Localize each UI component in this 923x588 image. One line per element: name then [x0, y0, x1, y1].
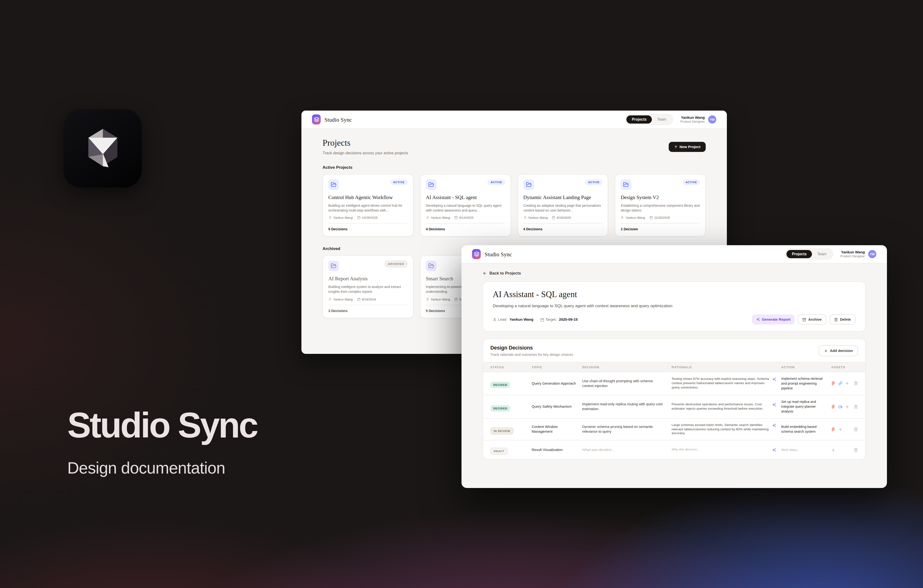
- page-title: Projects: [323, 138, 408, 148]
- decisions-title: Design Decisions: [490, 345, 573, 350]
- project-card[interactable]: ACTIVE Dynamic Assistant Landing Page Cr…: [517, 174, 608, 237]
- figma-icon[interactable]: [831, 405, 835, 409]
- decision-text[interactable]: Implement read-only replica routing with…: [582, 402, 672, 412]
- decision-action[interactable]: Implement schema retrieval and prompt en…: [781, 376, 831, 391]
- decision-rationale[interactable]: Prevents destructive operations and perf…: [672, 402, 769, 411]
- project-card[interactable]: ACTIVE Control Hub Agentic Workflow Buil…: [323, 174, 414, 237]
- tab-team[interactable]: Team: [652, 115, 672, 123]
- decision-text[interactable]: Dynamic schema pruning based on semantic…: [582, 425, 672, 434]
- plus-icon[interactable]: [831, 448, 835, 452]
- generate-report-button[interactable]: Generate Report: [752, 314, 795, 325]
- calendar-icon: [357, 216, 360, 220]
- arrow-left-icon: [483, 271, 487, 275]
- layers-logo-icon: [472, 249, 481, 259]
- delete-button[interactable]: Delete: [829, 314, 856, 325]
- add-decision-button[interactable]: Add decision: [819, 345, 858, 356]
- project-status-badge: ARCHIVED: [384, 261, 408, 268]
- user-icon: [328, 216, 332, 220]
- project-date: 8/19/2024: [357, 297, 376, 301]
- trash-icon[interactable]: [854, 427, 857, 432]
- decision-action[interactable]: Set up read replica and integrate query …: [781, 400, 831, 414]
- project-owner: Yankun Wang: [328, 297, 353, 301]
- project-date: 10/29/2025: [357, 216, 378, 220]
- decision-status-badge: DRAFT: [490, 448, 507, 455]
- calendar-icon: [649, 216, 653, 220]
- figma-icon[interactable]: [831, 381, 835, 386]
- asset-icons: [831, 448, 835, 452]
- project-status-badge: ACTIVE: [585, 179, 602, 185]
- trash-icon[interactable]: [854, 381, 857, 386]
- avatar[interactable]: YW: [708, 115, 716, 123]
- decision-row: DECIDED Query Safety Mechanism Implement…: [483, 395, 866, 418]
- sparkles-icon[interactable]: [772, 403, 776, 407]
- page-subtitle: Track design decisions across your activ…: [323, 151, 408, 155]
- decision-rationale[interactable]: Large schemas exceed token limits. Seman…: [672, 423, 769, 436]
- decisions-table-header: STATUS TOPIC DECISION RATIONALE ACTION A…: [483, 362, 866, 372]
- app-header: Studio Sync Projects Team Yankun Wang Pr…: [462, 245, 887, 263]
- tab-projects[interactable]: Projects: [626, 115, 652, 123]
- decision-row: DECIDED Query Generation Approach Use ch…: [483, 372, 866, 395]
- decision-rationale[interactable]: Why this decision...: [672, 448, 769, 452]
- tab-projects[interactable]: Projects: [787, 250, 812, 258]
- project-card-title: Dynamic Assistant Landing Page: [523, 195, 603, 201]
- plus-icon[interactable]: [845, 405, 849, 409]
- figma-icon[interactable]: [831, 427, 835, 432]
- user-icon: [328, 297, 332, 301]
- plus-icon[interactable]: [838, 427, 842, 432]
- video-icon[interactable]: [838, 405, 842, 409]
- decision-topic: Context Window Management: [532, 425, 582, 434]
- project-summary-card: AI Assistant - SQL agent Developing a na…: [483, 281, 866, 332]
- decision-count: 4 Decisions: [523, 224, 603, 232]
- folder-icon: [523, 179, 534, 190]
- calendar-icon: [540, 317, 544, 321]
- project-card[interactable]: ARCHIVED AI Report Analysis Building int…: [323, 256, 414, 318]
- project-owner: Yankun Wang: [523, 216, 547, 220]
- trash-icon[interactable]: [854, 448, 857, 452]
- plus-icon: [674, 145, 678, 149]
- design-decisions-panel: Design Decisions Track rationale and out…: [483, 338, 866, 460]
- sparkles-icon: [756, 317, 760, 321]
- back-to-projects-link[interactable]: Back to Projects: [483, 271, 866, 276]
- archive-icon: [803, 317, 806, 321]
- decision-action[interactable]: Build embedding-based schema search syst…: [781, 425, 831, 434]
- decision-text[interactable]: Use chain-of-thought prompting with sche…: [582, 379, 672, 388]
- project-description: Developing a natural language to SQL que…: [493, 303, 856, 308]
- project-date: 11/29/2025: [649, 216, 670, 220]
- nav-tabs: Projects Team: [785, 248, 833, 260]
- project-detail-window: Studio Sync Projects Team Yankun Wang Pr…: [462, 245, 887, 488]
- folder-icon: [621, 179, 631, 190]
- decision-text[interactable]: What was decided...: [582, 448, 672, 452]
- decision-status-badge: IN REVIEW: [490, 427, 514, 434]
- new-project-button[interactable]: New Project: [668, 141, 706, 152]
- project-owner: Yankun Wang: [328, 216, 353, 220]
- project-owner: Yankun Wang: [621, 216, 645, 220]
- user-icon: [493, 317, 497, 321]
- project-card[interactable]: ACTIVE Design System V2 Establishing a c…: [615, 174, 706, 237]
- decision-rationale[interactable]: Testing shows 87% accuracy with explicit…: [672, 377, 769, 390]
- archive-button[interactable]: Archive: [798, 314, 827, 325]
- trash-icon[interactable]: [854, 405, 857, 409]
- column-status: STATUS: [490, 365, 532, 369]
- folder-icon: [328, 179, 339, 190]
- column-topic: TOPIC: [532, 365, 582, 369]
- decision-action[interactable]: Next steps...: [781, 448, 831, 452]
- calendar-icon: [455, 216, 458, 220]
- sparkles-icon[interactable]: [772, 424, 776, 428]
- project-card[interactable]: ACTIVE AI Assistant - SQL agent Developi…: [420, 174, 511, 237]
- user-icon: [621, 216, 624, 220]
- link-icon[interactable]: [838, 381, 842, 386]
- sparkles-icon[interactable]: [772, 378, 776, 382]
- app-name: Studio Sync: [484, 251, 512, 257]
- sparkles-icon[interactable]: [772, 448, 776, 452]
- project-card-description: Building intelligent system to analyze a…: [328, 285, 408, 294]
- user-menu[interactable]: Yankun Wang Product Designer YW: [680, 115, 716, 124]
- project-card-description: Establishing a comprehensive component l…: [621, 203, 700, 212]
- user-name: Yankun Wang: [840, 250, 865, 255]
- plus-icon[interactable]: [845, 381, 849, 386]
- app-name: Studio Sync: [325, 117, 352, 122]
- plus-icon: [824, 349, 828, 353]
- tab-team[interactable]: Team: [812, 250, 832, 258]
- user-menu[interactable]: Yankun Wang Product Designer YW: [840, 250, 876, 258]
- column-action: ACTION: [781, 365, 831, 369]
- avatar[interactable]: YW: [868, 250, 876, 258]
